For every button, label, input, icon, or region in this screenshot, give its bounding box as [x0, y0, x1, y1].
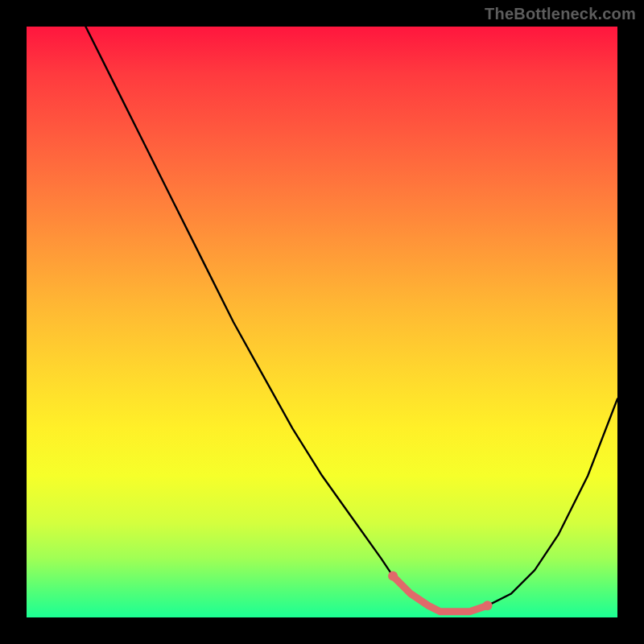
gradient-plot-area [27, 27, 617, 617]
bottleneck-curve [85, 27, 617, 612]
optimal-range-marker [393, 576, 487, 612]
watermark-text: TheBottleneck.com [485, 5, 636, 23]
marker-end-dot [483, 601, 493, 610]
marker-start-dot [388, 572, 398, 581]
curve-layer [27, 27, 617, 617]
chart-frame: TheBottleneck.com [0, 0, 644, 644]
